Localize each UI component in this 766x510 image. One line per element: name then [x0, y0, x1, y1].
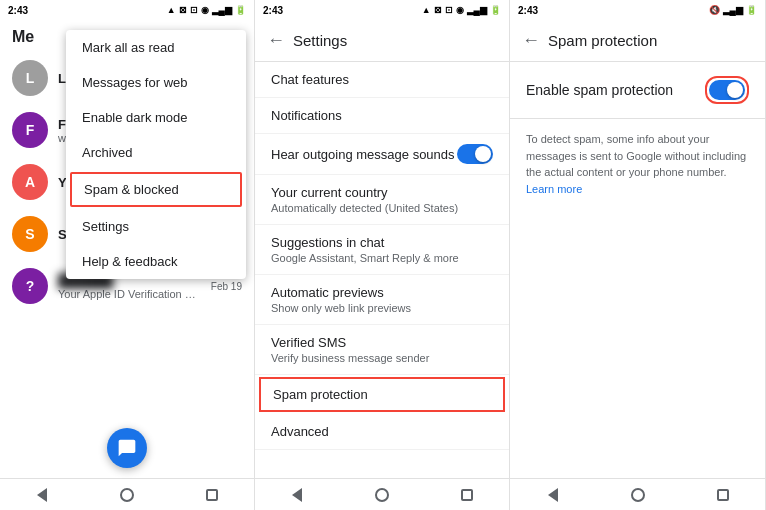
nav-bar-2: [255, 478, 509, 510]
settings-item-verified-sms[interactable]: Verified SMS Verify business message sen…: [255, 325, 509, 375]
settings-item-notifications[interactable]: Notifications: [255, 98, 509, 134]
avatar: L: [12, 60, 48, 96]
status-time-2: 2:43: [263, 5, 283, 16]
status-time-3: 2:43: [518, 5, 538, 16]
menu-item-mark-read[interactable]: Mark all as read: [66, 30, 246, 65]
status-bar-2: 2:43 ▲⊠⊡◉▂▄▆🔋: [255, 0, 509, 20]
menu-item-messages-web[interactable]: Messages for web: [66, 65, 246, 100]
recents-button[interactable]: [202, 485, 222, 505]
recents-button-3[interactable]: [713, 485, 733, 505]
sounds-toggle[interactable]: [457, 144, 493, 164]
learn-more-link[interactable]: Learn more: [526, 183, 582, 195]
settings-item-advanced[interactable]: Advanced: [255, 414, 509, 450]
spam-toggle-container: [705, 76, 749, 104]
status-bar-3: 2:43 🔇▂▄▆🔋: [510, 0, 765, 20]
msg-preview: Your Apple ID Verification Code is:…: [58, 288, 201, 300]
spam-protection-panel: 2:43 🔇▂▄▆🔋 ← Spam protection Enable spam…: [510, 0, 766, 510]
settings-item-sounds[interactable]: Hear outgoing message sounds: [255, 134, 509, 175]
settings-item-previews[interactable]: Automatic previews Show only web link pr…: [255, 275, 509, 325]
compose-fab[interactable]: [107, 428, 147, 468]
status-icons-1: ▲⊠⊡◉▂▄▆🔋: [167, 5, 246, 15]
settings-back-button[interactable]: ←: [267, 30, 285, 51]
avatar: F: [12, 112, 48, 148]
settings-header: ← Settings: [255, 20, 509, 62]
menu-item-spam-blocked[interactable]: Spam & blocked: [70, 172, 242, 207]
menu-item-archived[interactable]: Archived: [66, 135, 246, 170]
messages-panel: 2:43 ▲⊠⊡◉▂▄▆🔋 Me L Lance Whit… F FreeT-M…: [0, 0, 255, 510]
spam-back-button[interactable]: ←: [522, 30, 540, 51]
avatar: ?: [12, 268, 48, 304]
spam-enable-row[interactable]: Enable spam protection: [510, 62, 765, 119]
nav-bar-3: [510, 478, 765, 510]
recents-button-2[interactable]: [457, 485, 477, 505]
status-icons-3: 🔇▂▄▆🔋: [709, 5, 757, 15]
menu-item-help[interactable]: Help & feedback: [66, 244, 246, 279]
settings-item-spam[interactable]: Spam protection: [259, 377, 505, 412]
home-button-2[interactable]: [372, 485, 392, 505]
spam-description: To detect spam, some info about your mes…: [510, 119, 765, 209]
dropdown-menu: Mark all as read Messages for web Enable…: [66, 30, 246, 279]
status-icons-2: ▲⊠⊡◉▂▄▆🔋: [422, 5, 501, 15]
back-button-2[interactable]: [287, 485, 307, 505]
spam-enable-toggle[interactable]: [709, 80, 745, 100]
spam-title: Spam protection: [548, 32, 657, 49]
status-bar-1: 2:43 ▲⊠⊡◉▂▄▆🔋: [0, 0, 254, 20]
settings-panel: 2:43 ▲⊠⊡◉▂▄▆🔋 ← Settings Chat features N…: [255, 0, 510, 510]
back-button-3[interactable]: [543, 485, 563, 505]
menu-item-settings[interactable]: Settings: [66, 209, 246, 244]
status-time-1: 2:43: [8, 5, 28, 16]
settings-title: Settings: [293, 32, 347, 49]
settings-item-suggestions[interactable]: Suggestions in chat Google Assistant, Sm…: [255, 225, 509, 275]
spam-enable-label: Enable spam protection: [526, 82, 673, 98]
menu-item-dark-mode[interactable]: Enable dark mode: [66, 100, 246, 135]
msg-time: Feb 19: [211, 281, 242, 292]
nav-bar-1: [0, 478, 254, 510]
avatar: S: [12, 216, 48, 252]
back-button[interactable]: [32, 485, 52, 505]
home-button-3[interactable]: [628, 485, 648, 505]
settings-item-country[interactable]: Your current country Automatically detec…: [255, 175, 509, 225]
settings-item-chat[interactable]: Chat features: [255, 62, 509, 98]
spam-header: ← Spam protection: [510, 20, 765, 62]
avatar: A: [12, 164, 48, 200]
home-button[interactable]: [117, 485, 137, 505]
